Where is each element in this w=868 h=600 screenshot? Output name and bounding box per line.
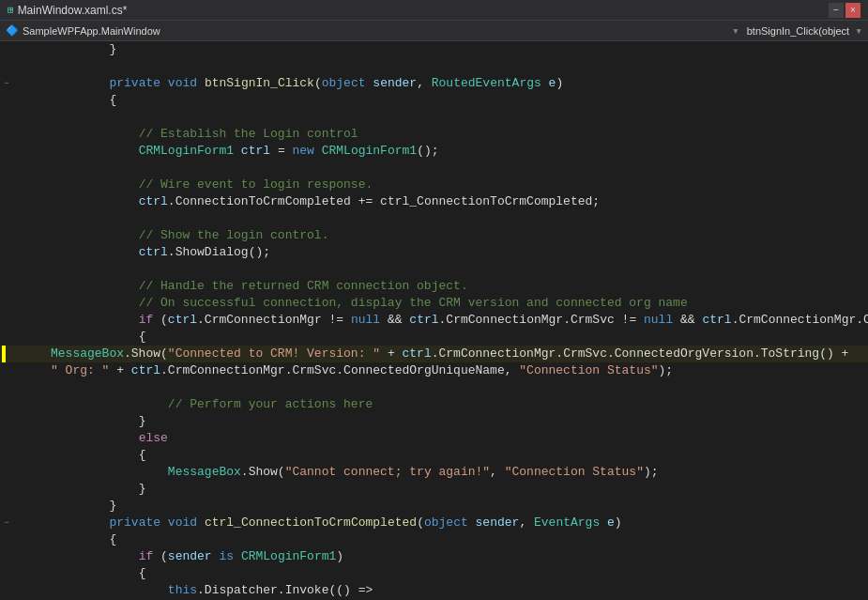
- line-gutter: −: [0, 515, 47, 531]
- token-type: EventArgs: [534, 515, 600, 530]
- code-line: // On successful connection, display the…: [0, 295, 868, 312]
- token-plain: );: [644, 465, 659, 479]
- token-plain: .CrmConnectionMgr.CrmSvc !=: [439, 313, 644, 327]
- line-content: private void btnSignIn_Click(object send…: [47, 75, 868, 92]
- code-line: {: [0, 329, 868, 346]
- token-plain: .CrmConnectionMgr.CrmSvc.ConnectedOrgVer…: [432, 346, 849, 361]
- line-content: {: [47, 447, 868, 464]
- line-gutter: [0, 362, 47, 379]
- token-plain: &&: [380, 313, 409, 327]
- line-content: // Show the login control.: [47, 227, 868, 244]
- token-plain: ,: [490, 465, 505, 479]
- token-type: RoutedEventArgs: [432, 76, 541, 90]
- file-icon: ⊞: [8, 4, 14, 16]
- line-content: [47, 160, 868, 177]
- nav-icon: 🔷: [6, 24, 19, 37]
- token-comment: // Show the login control.: [139, 228, 329, 242]
- line-content: {: [47, 329, 868, 346]
- token-punct: {: [139, 566, 146, 580]
- collapse-icon[interactable]: −: [0, 75, 13, 92]
- token-plain: .Show(: [241, 465, 285, 479]
- line-content: " Org: " + ctrl.CrmConnectionMgr.CrmSvc.…: [47, 362, 868, 379]
- line-content: MessageBox.Show("Cannot connect; try aga…: [47, 464, 868, 481]
- code-line: if (ctrl.CrmConnectionMgr != null && ctr…: [0, 312, 868, 329]
- line-content: {: [47, 531, 868, 548]
- token-punct: ): [556, 76, 563, 90]
- token-param: sender: [476, 515, 520, 530]
- line-gutter: [0, 565, 47, 582]
- token-plain: [160, 515, 168, 530]
- token-plain: [160, 76, 168, 90]
- token-kw: null: [351, 313, 380, 327]
- token-param: ctrl: [241, 144, 270, 158]
- code-line: " Org: " + ctrl.CrmConnectionMgr.CrmSvc.…: [0, 362, 868, 379]
- close-button[interactable]: ×: [845, 3, 860, 18]
- line-gutter: [0, 109, 47, 126]
- line-content: this.Dispatcher.Invoke(() =>: [47, 582, 868, 599]
- token-plain: [234, 549, 241, 563]
- line-content: // Perform your actions here: [47, 396, 868, 413]
- token-str: " Org: ": [51, 363, 109, 377]
- code-line: }: [0, 413, 868, 430]
- line-content: [47, 109, 868, 126]
- code-line: CRMLoginForm1 ctrl = new CRMLoginForm1()…: [0, 143, 868, 160]
- minimize-button[interactable]: −: [829, 3, 844, 18]
- token-plain: [314, 144, 322, 158]
- line-content: }: [47, 481, 868, 498]
- line-gutter: [0, 177, 47, 193]
- token-method: ctrl_ConnectionToCrmCompleted: [205, 515, 417, 530]
- line-gutter: [0, 210, 47, 227]
- token-plain: +: [109, 363, 130, 377]
- token-kw: null: [644, 313, 673, 327]
- token-comment: // Wire event to login response.: [139, 177, 373, 192]
- line-gutter: [0, 447, 47, 464]
- line-gutter: [0, 582, 47, 599]
- title-bar-buttons: − ×: [829, 3, 860, 18]
- line-gutter: [0, 41, 47, 58]
- nav-left-text[interactable]: SampleWPFApp.MainWindow: [23, 25, 724, 37]
- code-line: }: [0, 498, 868, 515]
- line-gutter: [0, 58, 47, 75]
- code-line: ctrl.ShowDialog();: [0, 244, 868, 261]
- line-content: }: [47, 41, 868, 58]
- line-gutter: [0, 329, 47, 346]
- token-kw: private: [109, 76, 160, 90]
- line-gutter: [0, 92, 47, 109]
- token-type: MessageBox: [168, 465, 241, 479]
- line-content: }: [47, 413, 868, 430]
- token-plain: [197, 76, 205, 90]
- token-comment: // Establish the Login control: [139, 127, 358, 141]
- line-gutter: [0, 160, 47, 177]
- code-line: − private void ctrl_ConnectionToCrmCompl…: [0, 515, 868, 531]
- token-plain: .Dispatcher.Invoke(() =>: [197, 583, 373, 597]
- token-plain: .CrmConnectionMgr !=: [197, 313, 351, 327]
- token-plain: .ShowDialog();: [168, 245, 270, 259]
- token-kw: new: [292, 144, 313, 158]
- nav-separator: ▾: [732, 23, 739, 38]
- line-content: // Establish the Login control: [47, 126, 868, 143]
- title-bar: ⊞ MainWindow.xaml.cs* − ×: [0, 0, 868, 21]
- line-gutter: [0, 346, 47, 362]
- line-content: [47, 58, 868, 75]
- token-str: "Connection Status": [505, 465, 644, 479]
- line-content: // Wire event to login response.: [47, 177, 868, 193]
- token-param: ctrl: [131, 363, 160, 377]
- code-line: this.Dispatcher.Invoke(() =>: [0, 582, 868, 599]
- line-gutter: [0, 498, 47, 515]
- code-line: {: [0, 447, 868, 464]
- token-plain: (: [153, 313, 168, 327]
- line-gutter: [0, 379, 47, 396]
- code-line: // Perform your actions here: [0, 396, 868, 413]
- nav-dropdown-arrow[interactable]: ▾: [855, 23, 862, 38]
- token-punct: (: [314, 76, 322, 90]
- nav-right-text[interactable]: btnSignIn_Click(object: [747, 25, 849, 37]
- token-punct: {: [139, 330, 146, 344]
- line-content: if (ctrl.CrmConnectionMgr != null && ctr…: [47, 312, 868, 329]
- token-type: CRMLoginForm1: [322, 144, 417, 158]
- code-line: {: [0, 565, 868, 582]
- token-param: ctrl: [402, 346, 431, 361]
- code-line: // Establish the Login control: [0, 126, 868, 143]
- collapse-icon[interactable]: −: [0, 515, 13, 531]
- token-punct: ): [336, 549, 343, 563]
- line-content: private void ctrl_ConnectionToCrmComplet…: [47, 515, 868, 531]
